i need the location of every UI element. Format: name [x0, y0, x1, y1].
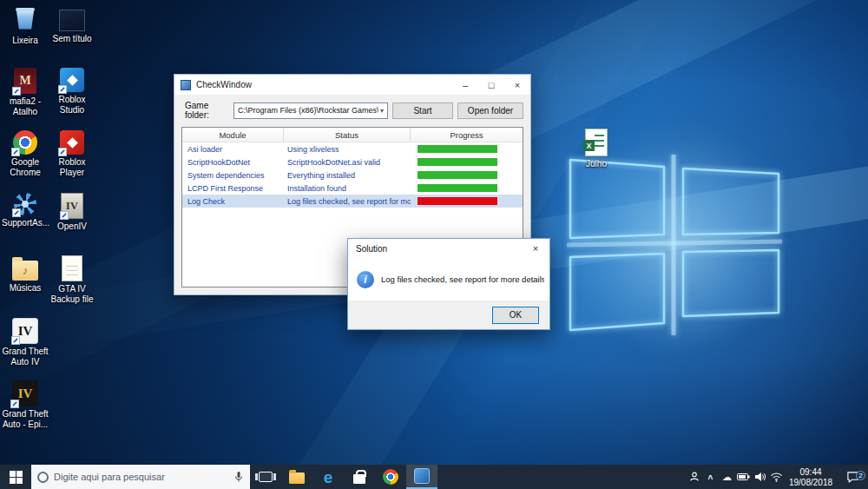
- action-center-button[interactable]: 2: [837, 471, 868, 483]
- robloxplayer-icon: [60, 130, 84, 155]
- volume-button[interactable]: [752, 465, 768, 489]
- microphone-icon[interactable]: [233, 471, 244, 483]
- date: 19/08/2018: [785, 478, 837, 489]
- cell-progress: [411, 184, 523, 192]
- musicfolder-icon: ♪: [12, 261, 38, 281]
- progress-bar: [418, 145, 497, 153]
- desktop-icon-google-chrome[interactable]: Google Chrome: [2, 129, 49, 191]
- window-title: CheckWindow: [196, 80, 447, 89]
- desktop-icon-openiv[interactable]: IVOpenIV: [49, 191, 95, 254]
- time: 09:44: [785, 467, 837, 479]
- people-button[interactable]: [686, 465, 702, 489]
- start-button-taskbar[interactable]: [0, 465, 31, 489]
- progress-bar: [418, 171, 497, 179]
- desktop-icon-label: Roblox Studio: [49, 95, 95, 115]
- windows-logo-icon: [10, 471, 23, 484]
- desktop-icon-label: Google Chrome: [2, 157, 49, 177]
- battery-icon: [737, 472, 750, 481]
- robloxstudio-icon: [60, 68, 84, 92]
- start-button[interactable]: Start: [392, 102, 453, 119]
- support-icon: [14, 193, 36, 215]
- table-row[interactable]: Asi loaderUsing xliveless: [182, 142, 523, 155]
- speaker-icon: [754, 472, 766, 482]
- cell-progress: [411, 171, 523, 179]
- store-bag-icon: [353, 474, 365, 484]
- dropdown-icon: ▾: [378, 107, 385, 115]
- desktop-icon-roblox-player[interactable]: Roblox Player: [49, 129, 95, 191]
- onedrive-button[interactable]: ☁: [719, 465, 735, 489]
- column-header-status[interactable]: Status: [284, 128, 411, 142]
- search-box[interactable]: [31, 465, 250, 489]
- shortcut-arrow-icon: [58, 85, 67, 94]
- desktop-icon-label: GTA IV Backup file: [49, 284, 95, 304]
- system-tray: ^ ☁ 09: [686, 465, 868, 489]
- desktop-icon-label: SupportAs...: [2, 218, 49, 228]
- desktop-icon-label: Grand Theft Auto IV: [2, 347, 49, 367]
- desktop-icon-musicas[interactable]: ♪Músicas: [2, 254, 49, 316]
- column-header-progress[interactable]: Progress: [411, 128, 523, 142]
- maximize-icon: □: [489, 80, 495, 90]
- desktop-icon-label: Roblox Player: [49, 157, 95, 177]
- maximize-button[interactable]: □: [478, 75, 504, 95]
- cell-status: Installation found: [284, 184, 411, 193]
- shortcut-arrow-icon: [11, 148, 20, 156]
- table-row[interactable]: ScriptHookDotNetScriptHookDotNet.asi val…: [182, 155, 523, 169]
- desktop-icon-grand-theft-auto-iv[interactable]: IVGrand Theft Auto IV: [2, 316, 49, 379]
- table-row[interactable]: LCPD First ResponseInstallation found: [182, 182, 523, 195]
- cell-module: LCPD First Response: [182, 184, 284, 193]
- game-folder-combobox[interactable]: C:\Program Files (x86)\Rockstar Games\Gr…: [233, 102, 388, 119]
- battery-button[interactable]: [735, 465, 752, 489]
- file-explorer-button[interactable]: [281, 465, 312, 489]
- checkwindow-taskbar-button[interactable]: [406, 465, 437, 489]
- open-folder-button[interactable]: Open folder: [457, 102, 523, 119]
- table-row[interactable]: System dependenciesEverything installed: [182, 169, 523, 182]
- shortcut-arrow-icon: [60, 211, 69, 220]
- task-view-icon: [259, 472, 273, 482]
- desktop-icon-julho[interactable]: XJulho: [573, 127, 620, 189]
- cell-progress: [411, 197, 523, 205]
- clock[interactable]: 09:44 19/08/2018: [785, 466, 837, 489]
- recycle-icon: [11, 5, 39, 33]
- hidden-icons-button[interactable]: ^: [702, 465, 719, 489]
- icon-glyph: IV: [18, 324, 33, 339]
- desktop-icon-sem-titulo[interactable]: Sem título: [49, 3, 95, 66]
- ok-button[interactable]: OK: [492, 307, 539, 324]
- desktop-icon-lixeira[interactable]: Lixeira: [2, 3, 49, 66]
- module-table-body: Asi loaderUsing xlivelessScriptHookDotNe…: [182, 142, 523, 208]
- desktop-icon-label: OpenIV: [57, 221, 87, 232]
- cell-module: Asi loader: [182, 145, 284, 154]
- desktop-icon-mafia2-atalho[interactable]: Mmafia2 - Atalho: [2, 66, 49, 129]
- desktop-icon-gta-iv-backup-file[interactable]: GTA IV Backup file: [49, 254, 95, 316]
- check-window-titlebar[interactable]: CheckWindow – □ ×: [174, 75, 530, 95]
- minimize-icon: –: [463, 80, 468, 90]
- close-icon: ×: [533, 243, 538, 254]
- module-table-header: Module Status Progress: [182, 128, 523, 142]
- icon-glyph: X: [583, 140, 595, 151]
- chrome-icon: [383, 469, 398, 485]
- close-button[interactable]: ×: [504, 75, 530, 95]
- desktop-icon-roblox-studio[interactable]: Roblox Studio: [49, 66, 95, 129]
- column-header-module[interactable]: Module: [182, 128, 284, 142]
- minimize-button[interactable]: –: [452, 75, 478, 95]
- game-folder-path: C:\Program Files (x86)\Rockstar Games\Gr…: [238, 106, 378, 115]
- cell-module: System dependencies: [182, 171, 284, 180]
- task-view-button[interactable]: [250, 465, 281, 489]
- progress-bar: [418, 158, 497, 166]
- chrome-button[interactable]: [375, 465, 406, 489]
- dialog-title: Solution: [356, 244, 387, 254]
- desktop-icon-supportas[interactable]: SupportAs...: [2, 191, 49, 254]
- desktop-icon-column-1: LixeiraMmafia2 - AtalhoGoogle ChromeSupp…: [2, 3, 49, 441]
- gta4ep-icon: IV: [12, 380, 38, 406]
- solution-dialog-titlebar[interactable]: Solution ×: [348, 239, 549, 258]
- desktop-icon-label: Lixeira: [12, 36, 37, 46]
- edge-button[interactable]: e: [312, 465, 344, 489]
- gta4-icon: IV: [12, 318, 38, 344]
- dialog-close-button[interactable]: ×: [522, 239, 549, 258]
- store-button[interactable]: [344, 465, 375, 489]
- icon-glyph: IV: [18, 387, 33, 401]
- table-row[interactable]: Log CheckLog files checked, see report f…: [182, 195, 523, 208]
- desktop-icon-grand-theft-auto-episodes[interactable]: IVGrand Theft Auto - Epi...: [2, 379, 49, 441]
- search-input[interactable]: [54, 472, 228, 482]
- cell-status: Using xliveless: [284, 145, 411, 154]
- network-button[interactable]: [768, 465, 785, 489]
